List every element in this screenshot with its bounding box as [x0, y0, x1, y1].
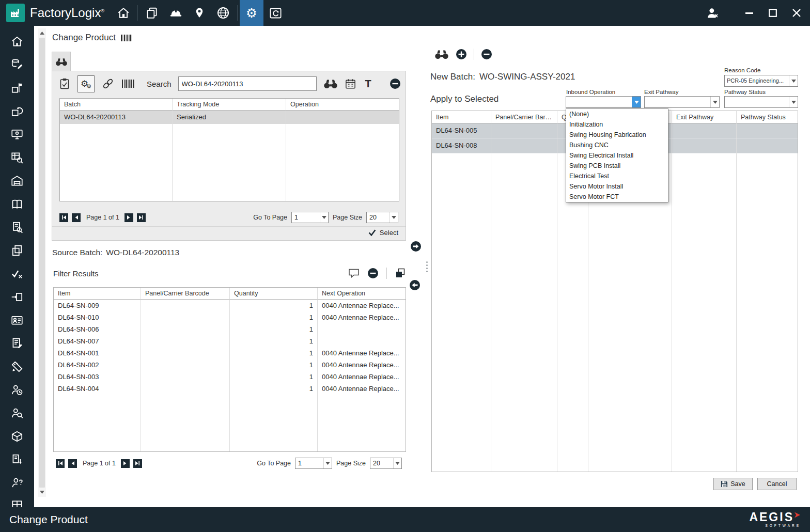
reason-code-select[interactable]: PCR-05 Engineering... [724, 75, 798, 87]
user-signout-button[interactable] [700, 0, 724, 26]
page-size-select[interactable]: 20 [366, 212, 398, 223]
remove-item-button[interactable] [481, 49, 492, 60]
sidebar-item-material-transfer[interactable] [10, 290, 24, 304]
filter-table-row[interactable]: DL64-SN-006 1 [54, 323, 406, 335]
page-size-select[interactable]: 20 [370, 458, 402, 469]
sidebar-item-data-editor[interactable] [10, 57, 24, 72]
first-page-button[interactable] [59, 213, 68, 222]
last-page-button[interactable] [133, 459, 142, 468]
sidebar-item-verification[interactable] [10, 267, 24, 281]
globe-button[interactable] [211, 0, 235, 26]
sidebar-item-packaging[interactable] [10, 429, 24, 444]
dropdown-option[interactable]: Servo Motor FCT [566, 192, 668, 202]
settings-button-active[interactable]: ⚙ [240, 0, 263, 26]
batch-table-row-selected[interactable]: WO-DL64-20200113 Serialized [60, 111, 399, 124]
dropdown-option[interactable]: Electrical Test [566, 171, 668, 181]
sidebar-item-document-search[interactable] [10, 220, 24, 234]
dropdown-option[interactable]: Bushing CNC [566, 140, 668, 150]
link-button[interactable] [101, 77, 115, 90]
select-button[interactable]: Select [368, 229, 398, 237]
sidebar-item-operator-time[interactable] [10, 383, 24, 397]
chevron-down-icon[interactable] [710, 97, 719, 107]
dropdown-option[interactable]: Swing PCB Install [566, 161, 668, 171]
dropdown-option[interactable]: Swing Electrical Install [566, 150, 668, 161]
process-settings-button[interactable]: ⚙⚙ [77, 75, 95, 92]
column-header[interactable]: Quantity [230, 288, 318, 300]
column-header[interactable]: Panel/Carrier Barc... [491, 111, 557, 123]
column-header[interactable]: Item [54, 288, 141, 300]
cancel-button[interactable]: Cancel [757, 478, 797, 490]
sidebar-item-copy-batch[interactable] [10, 243, 24, 258]
scrollbar-thumb[interactable] [39, 38, 45, 488]
exit-pathway-select[interactable] [644, 96, 720, 108]
filter-table-row[interactable]: DL64-SN-007 1 [54, 335, 406, 347]
sidebar-item-machine-interface[interactable] [10, 127, 24, 142]
column-header[interactable]: Operation [286, 99, 399, 111]
sidebar-item-materials-grid[interactable] [10, 499, 24, 507]
column-header[interactable]: Next Operation [318, 288, 406, 300]
sidebar-item-report-editor[interactable] [10, 336, 24, 351]
move-left-button[interactable] [409, 279, 420, 291]
next-page-button[interactable] [121, 459, 130, 468]
filter-table-row[interactable]: DL64-SN-004 1 0040 Antennae Replace... [54, 383, 406, 395]
sidebar-item-documentation[interactable] [10, 197, 24, 211]
sidebar-item-home[interactable] [10, 34, 24, 49]
search-input[interactable] [178, 76, 317, 91]
home-button[interactable] [112, 0, 135, 26]
select-all-button[interactable] [395, 268, 406, 279]
scroll-up-icon[interactable] [40, 30, 44, 36]
sidebar-item-product-definition[interactable] [10, 81, 24, 95]
column-header[interactable]: Panel/Carrier Barcode [141, 288, 230, 300]
column-header[interactable]: Exit Pathway [672, 111, 737, 123]
splitter-handle[interactable] [424, 257, 429, 276]
dropdown-option[interactable]: (None) [566, 109, 668, 119]
previous-page-button[interactable] [72, 213, 81, 222]
filter-table-row[interactable]: DL64-SN-009 1 0040 Antennae Replace... [54, 300, 406, 311]
last-page-button[interactable] [137, 213, 146, 222]
filter-table-row[interactable]: DL64-SN-010 1 0040 Antennae Replace... [54, 311, 406, 323]
date-filter-button[interactable] [345, 78, 356, 90]
clear-search-button[interactable] [390, 78, 401, 89]
minimize-button[interactable] [740, 2, 758, 24]
chevron-down-icon[interactable] [789, 97, 798, 107]
column-header[interactable]: Pathway Status [737, 111, 798, 123]
vertical-scrollbar[interactable] [38, 28, 46, 497]
dropdown-option[interactable]: Servo Motor Install [566, 181, 668, 192]
scroll-down-icon[interactable] [40, 489, 44, 495]
barcode-scan-button[interactable] [121, 79, 135, 89]
chevron-down-icon[interactable] [789, 75, 798, 86]
history-button[interactable] [263, 0, 287, 26]
go-to-page-input[interactable]: 1 [295, 458, 332, 469]
column-header[interactable]: Batch [60, 99, 173, 111]
location-button[interactable] [188, 0, 211, 26]
checklist-button[interactable] [58, 77, 71, 90]
find-batch-button[interactable] [434, 49, 449, 59]
remove-items-button[interactable] [367, 268, 379, 279]
chevron-down-icon[interactable] [320, 212, 328, 223]
filter-table-row[interactable]: DL64-SN-002 1 0040 Antennae Replace... [54, 359, 406, 371]
go-to-page-input[interactable]: 1 [291, 212, 329, 223]
sidebar-item-operator-assist[interactable] [10, 476, 24, 490]
add-item-button[interactable] [456, 49, 467, 60]
close-button[interactable] [787, 2, 806, 24]
sidebar-item-batch-history[interactable] [10, 104, 24, 118]
chevron-down-icon[interactable] [323, 458, 332, 468]
comment-button[interactable] [348, 268, 360, 278]
tab-batch-search[interactable] [52, 52, 71, 71]
filter-table-row[interactable]: DL64-SN-001 1 0040 Antennae Replace... [54, 347, 406, 359]
first-page-button[interactable] [56, 459, 65, 468]
chevron-down-icon[interactable] [632, 97, 641, 107]
chevron-down-icon[interactable] [390, 212, 398, 223]
inbound-operation-select[interactable] [566, 96, 641, 108]
next-page-button[interactable] [124, 213, 133, 222]
text-filter-button[interactable]: T [363, 78, 373, 90]
sidebar-item-warehouse[interactable] [10, 174, 24, 188]
sidebar-item-personnel-search[interactable] [10, 406, 24, 420]
move-right-button[interactable] [410, 241, 422, 252]
sidebar-item-engineering-tools[interactable] [10, 359, 24, 374]
pathway-status-select[interactable] [724, 96, 798, 108]
chevron-down-icon[interactable] [393, 458, 401, 468]
dropdown-option[interactable]: Swing Housing Fabrication [566, 130, 668, 140]
search-execute-button[interactable] [323, 79, 338, 89]
column-header[interactable]: Tracking Mode [173, 99, 286, 111]
